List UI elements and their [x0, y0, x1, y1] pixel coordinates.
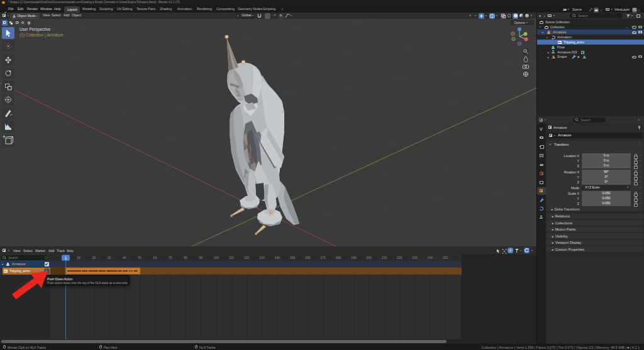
svg-text:1: 1 [65, 256, 67, 260]
